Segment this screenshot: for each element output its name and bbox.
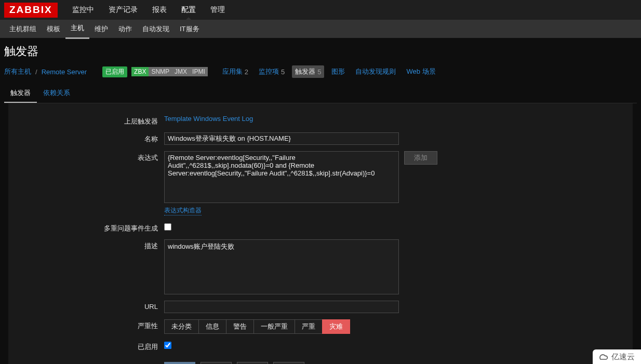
- cancel-button[interactable]: 取消: [273, 362, 304, 364]
- sub-nav: 主机群组 模板 主机 维护 动作 自动发现 IT服务: [0, 20, 641, 38]
- badge-snmp: SNMP: [149, 67, 172, 76]
- bc-discovery[interactable]: 自动发现规则: [352, 65, 399, 78]
- subnav-hostgroups[interactable]: 主机群组: [4, 20, 42, 38]
- delete-button[interactable]: 删除: [237, 362, 268, 364]
- clone-button[interactable]: 克隆: [201, 362, 232, 364]
- sev-disaster[interactable]: 灾难: [322, 319, 350, 334]
- sev-warning[interactable]: 警告: [226, 319, 254, 334]
- update-button[interactable]: 更新: [164, 362, 195, 364]
- sev-average[interactable]: 一般严重: [253, 319, 295, 334]
- badge-jmx: JMX: [172, 67, 190, 76]
- expression-builder-link[interactable]: 表达式构造器: [164, 206, 202, 215]
- subnav-hosts[interactable]: 主机: [65, 19, 89, 39]
- bc-triggers[interactable]: 触发器 5: [292, 65, 324, 78]
- sev-information[interactable]: 信息: [198, 319, 226, 334]
- name-input[interactable]: [164, 132, 399, 145]
- bc-web[interactable]: Web 场景: [403, 65, 438, 78]
- tab-dependencies[interactable]: 依赖关系: [37, 84, 76, 103]
- badge-zbx: ZBX: [131, 67, 149, 76]
- description-input[interactable]: windows账户登陆失败: [164, 239, 399, 294]
- bc-applications[interactable]: 应用集 2: [219, 65, 251, 78]
- breadcrumb: 所有主机 / Remote Server 已启用 ZBX SNMP JMX IP…: [0, 62, 641, 81]
- expression-input[interactable]: {Remote Server:eventlog[Security,,"Failu…: [164, 151, 399, 203]
- subnav-actions[interactable]: 动作: [113, 20, 137, 38]
- subnav-discovery[interactable]: 自动发现: [137, 20, 175, 38]
- add-button[interactable]: 添加: [404, 151, 437, 165]
- form-tabs: 触发器 依赖关系: [4, 84, 637, 103]
- watermark: 亿速云: [593, 349, 641, 364]
- nav-inventory[interactable]: 资产记录: [101, 0, 145, 20]
- subnav-maintenance[interactable]: 维护: [89, 20, 113, 38]
- badge-ipmi: IPMI: [190, 67, 208, 76]
- label-parent-trigger: 上层触发器: [8, 115, 164, 126]
- subnav-templates[interactable]: 模板: [42, 20, 65, 38]
- sev-not-classified[interactable]: 未分类: [164, 319, 199, 334]
- nav-configuration[interactable]: 配置: [174, 0, 203, 20]
- nav-reports[interactable]: 报表: [145, 0, 174, 20]
- bc-graphs[interactable]: 图形: [328, 65, 348, 78]
- top-nav: ZABBIX 监控中 资产记录 报表 配置 管理: [0, 0, 641, 20]
- enabled-checkbox[interactable]: [164, 342, 171, 349]
- bc-host[interactable]: Remote Server: [42, 68, 87, 76]
- label-name: 名称: [8, 132, 164, 144]
- parent-trigger-link[interactable]: Template Windows Event Log: [164, 115, 253, 123]
- label-description: 描述: [8, 239, 164, 251]
- bc-all-hosts[interactable]: 所有主机: [4, 67, 31, 76]
- monitoring-badges: ZBX SNMP JMX IPMI: [131, 67, 208, 76]
- label-expression: 表达式: [8, 151, 164, 163]
- multi-event-checkbox[interactable]: [164, 223, 171, 231]
- page-title: 触发器: [0, 38, 641, 62]
- nav-monitoring[interactable]: 监控中: [65, 0, 101, 20]
- subnav-itservices[interactable]: IT服务: [175, 20, 205, 38]
- severity-group: 未分类 信息 警告 一般严重 严重 灾难: [164, 319, 350, 334]
- nav-administration[interactable]: 管理: [203, 0, 232, 20]
- logo[interactable]: ZABBIX: [4, 3, 58, 18]
- form-panel: 上层触发器 Template Windows Event Log 名称 表达式 …: [8, 103, 633, 364]
- status-enabled: 已启用: [102, 66, 127, 77]
- label-multi-event: 多重问题事件生成: [8, 222, 164, 233]
- label-url: URL: [8, 301, 164, 311]
- label-enabled: 已启用: [8, 340, 164, 352]
- cloud-icon: [598, 352, 608, 362]
- bc-items[interactable]: 监控项 5: [256, 65, 288, 78]
- label-severity: 严重性: [8, 319, 164, 331]
- bc-sep: /: [35, 68, 37, 76]
- tab-trigger[interactable]: 触发器: [4, 84, 37, 103]
- url-input[interactable]: [164, 301, 399, 313]
- sev-high[interactable]: 严重: [295, 319, 323, 334]
